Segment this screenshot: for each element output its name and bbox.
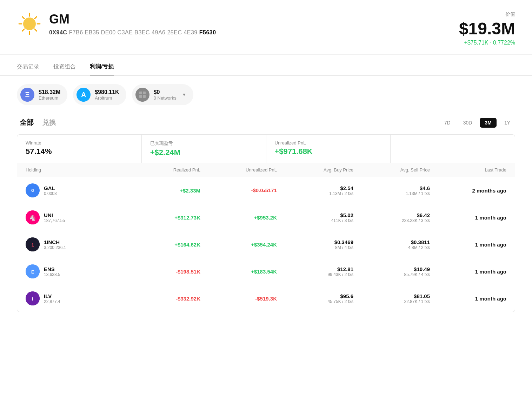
ens-name: ENS <box>44 266 60 272</box>
uni-avg-buy-sub: 411K / 3 txs <box>277 218 353 223</box>
ethereum-value: $18.32M <box>39 89 60 95</box>
ilv-unrealized: -$519.3K <box>200 296 277 302</box>
period-30d[interactable]: 30D <box>458 118 477 128</box>
period-3m[interactable]: 3M <box>480 118 496 128</box>
uni-unrealized: +$953.2K <box>200 215 277 221</box>
arbitrum-icon: A <box>77 88 91 102</box>
ilv-last-trade: 1 month ago <box>430 296 506 302</box>
1inch-unrealized-value: +$354.24K <box>200 242 277 248</box>
token-cell-ens: E ENS 13,638.5 <box>26 264 124 278</box>
ilv-name: ILV <box>44 293 60 299</box>
network-pill-ethereum[interactable]: Ξ $18.32M Ethereum <box>17 84 67 105</box>
token-cell-gal: G GAL 0.0003 <box>26 183 124 197</box>
ens-unrealized-value: +$183.54K <box>200 269 277 275</box>
token-cell-1inch: 1 1INCH 3,200,236.1 <box>26 237 124 251</box>
gal-avg-sell-sub: 1.13M / 1 txs <box>353 191 430 196</box>
sun-icon <box>17 11 42 36</box>
ethereum-name: Ethereum <box>39 95 60 101</box>
svg-line-6 <box>35 29 37 31</box>
ens-realized: -$198.51K <box>124 269 200 275</box>
header-left: GM 0X94C F7B6 EB35 DE00 C3AE B3EC 49A6 2… <box>17 11 216 36</box>
arbitrum-name: Arbitrum <box>95 95 119 101</box>
ilv-avg-sell: $81.05 22.87K / 1 txs <box>353 293 430 304</box>
ens-last-trade: 1 month ago <box>430 269 506 275</box>
uni-avg-buy-value: $5.02 <box>277 212 353 218</box>
1inch-avg-sell-value: $0.3811 <box>353 239 430 245</box>
period-7d[interactable]: 7D <box>439 118 455 128</box>
svg-line-5 <box>22 17 25 19</box>
1inch-realized: +$164.62K <box>124 242 200 248</box>
ilv-avg-sell-sub: 22.87K / 1 txs <box>353 299 430 304</box>
ilv-unrealized-value: -$519.3K <box>200 296 277 302</box>
filter-left: 全部 兑换 <box>17 116 59 129</box>
ilv-avg-buy: $95.6 45.75K / 2 txs <box>277 293 353 304</box>
winrate-label: Winrate <box>26 140 133 146</box>
uni-logo: 🦄 <box>26 210 40 224</box>
period-1y[interactable]: 1Y <box>499 118 515 128</box>
multi-network-icon <box>135 88 149 102</box>
ilv-logo: I <box>26 291 40 305</box>
address-prefix: 0X94C <box>49 29 67 35</box>
svg-rect-12 <box>143 95 146 98</box>
gal-realized-value: +$2.33M <box>124 188 200 194</box>
gal-name: GAL <box>44 185 57 191</box>
1inch-realized-value: +$164.62K <box>124 242 200 248</box>
table-header: Holding Realized PnL Unrealized PnL Avg.… <box>17 163 515 177</box>
ethereum-icon: Ξ <box>20 88 34 102</box>
ens-realized-value: -$198.51K <box>124 269 200 275</box>
multi-network-info: $0 0 Networks <box>154 89 177 101</box>
ilv-last-trade-value: 1 month ago <box>430 296 506 302</box>
network-pill-arbitrum[interactable]: A $980.11K Arbitrum <box>73 84 126 105</box>
uni-amount: 187,767.55 <box>44 218 65 223</box>
realized-label: 已实现盈亏 <box>150 140 258 147</box>
ilv-info: ILV 22,877.4 <box>44 293 60 304</box>
ens-avg-buy: $12.81 99.43K / 2 txs <box>277 266 353 277</box>
token-cell-uni: 🦄 UNI 187,767.55 <box>26 210 124 224</box>
ilv-realized-value: -$332.92K <box>124 296 200 302</box>
stats-row: Winrate 57.14% 已实现盈亏 +$2.24M Unrealized … <box>17 134 515 163</box>
table-row: E ENS 13,638.5 -$198.51K +$183.54K $12.8… <box>17 258 515 285</box>
uni-info: UNI 187,767.55 <box>44 212 65 223</box>
ens-avg-sell: $10.49 85.79K / 4 txs <box>353 266 430 277</box>
gal-avg-buy-sub: 1.13M / 2 txs <box>277 191 353 196</box>
tab-pnl[interactable]: 利润/亏损 <box>90 63 114 75</box>
uni-last-trade: 1 month ago <box>430 215 506 221</box>
1inch-logo: 1 <box>26 237 40 251</box>
1inch-name: 1INCH <box>44 239 66 245</box>
portfolio-change: +$75.71K · 0.7722% <box>459 40 515 46</box>
gal-info: GAL 0.0003 <box>44 185 57 196</box>
stat-empty <box>391 135 515 163</box>
filter-swap[interactable]: 兑换 <box>39 116 59 129</box>
uni-last-trade-value: 1 month ago <box>430 215 506 221</box>
multi-network-name: 0 Networks <box>154 95 177 101</box>
th-unrealized: Unrealized PnL <box>200 167 277 173</box>
gal-amount: 0.0003 <box>44 191 57 196</box>
stat-winrate: Winrate 57.14% <box>17 135 142 163</box>
table-row: G GAL 0.0003 +$2.33M -$0.0₄5171 $2.54 1.… <box>17 177 515 204</box>
gal-realized: +$2.33M <box>124 188 200 194</box>
filter-all[interactable]: 全部 <box>17 116 36 129</box>
svg-rect-9 <box>139 92 142 94</box>
svg-text:🦄: 🦄 <box>29 214 36 221</box>
token-title: GM <box>49 12 216 27</box>
1inch-info: 1INCH 3,200,236.1 <box>44 239 66 250</box>
uni-name: UNI <box>44 212 65 218</box>
1inch-avg-buy-value: $0.3469 <box>277 239 353 245</box>
tab-portfolio[interactable]: 投资组合 <box>53 63 76 75</box>
gal-avg-buy: $2.54 1.13M / 2 txs <box>277 185 353 196</box>
th-holding: Holding <box>26 167 124 173</box>
ens-logo: E <box>26 264 40 278</box>
filter-row: 全部 兑换 7D 30D 3M 1Y <box>0 114 532 134</box>
tab-trades[interactable]: 交易记录 <box>17 63 39 75</box>
realized-value: +$2.24M <box>150 148 258 157</box>
svg-line-7 <box>35 17 37 19</box>
ilv-avg-buy-sub: 45.75K / 2 txs <box>277 299 353 304</box>
ilv-amount: 22,877.4 <box>44 299 60 304</box>
1inch-unrealized: +$354.24K <box>200 242 277 248</box>
svg-rect-11 <box>139 95 142 98</box>
network-pill-multi[interactable]: $0 0 Networks ▼ <box>132 84 193 105</box>
1inch-amount: 3,200,236.1 <box>44 245 66 250</box>
uni-realized: +$312.73K <box>124 215 200 221</box>
th-last-trade: Last Trade <box>430 167 506 173</box>
svg-line-8 <box>22 29 25 31</box>
